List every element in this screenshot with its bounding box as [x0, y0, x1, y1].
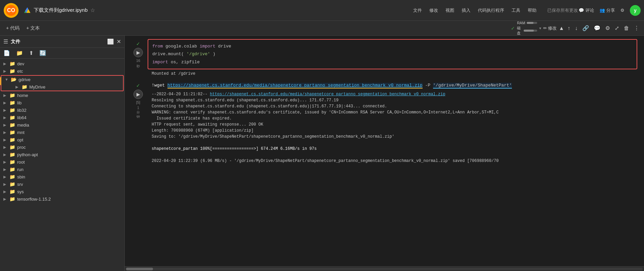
- menu-bar: 文件 修改 视图 插入 代码执行程序 工具 帮助 已保存所有更改: [412, 7, 579, 14]
- folder-lib32[interactable]: ▶ 📁 lib32: [0, 106, 124, 114]
- menu-view[interactable]: 视图: [445, 7, 455, 14]
- notebook-title-area: 下载文件到gdriver.ipynb ☆: [24, 7, 406, 14]
- folder-sys[interactable]: ▶ 📁 sys: [0, 188, 124, 195]
- mod-os-zip: os, zipfile: [171, 60, 200, 65]
- settings-cell-icon[interactable]: ⚙: [604, 24, 611, 32]
- folder-label-run: run: [17, 167, 24, 172]
- folder-home[interactable]: ▶ 📁 home: [0, 92, 124, 99]
- chevron-etc: ▶: [3, 69, 7, 73]
- folder-dev[interactable]: ▶ 📁 dev: [0, 60, 124, 67]
- ram-bar-fill: [527, 22, 533, 24]
- cell-5-code[interactable]: !wget https://shapenet.cs.stanford.edu/m…: [148, 81, 637, 90]
- output-url-link[interactable]: https://shapenet.cs.stanford.edu/media/s…: [210, 92, 446, 97]
- folder-icon-srv: 📁: [9, 181, 15, 187]
- folder-lib[interactable]: ▶ 📁 lib: [0, 99, 124, 106]
- folder-root[interactable]: ▶ 📁 root: [0, 158, 124, 166]
- expand-cell-icon[interactable]: ⤢: [613, 24, 620, 32]
- folder-icon-mnt: 📁: [9, 130, 15, 135]
- colab-logo[interactable]: CO: [3, 3, 19, 18]
- folder-label-mnt: mnt: [17, 130, 25, 135]
- notebook-title[interactable]: 下载文件到gdriver.ipynb: [34, 7, 88, 13]
- code-line-3: import os, zipfile: [152, 58, 633, 66]
- sidebar-icons: 📄 📁 ⬆ 🔄: [0, 48, 124, 59]
- cell-1-output: Mounted at /gdrive: [148, 69, 637, 78]
- chevron-proc: ▶: [3, 145, 7, 149]
- menu-runtime[interactable]: 代码执行程序: [477, 7, 505, 14]
- cell-5-gutter: ✓ ▶ [5] 1 分 钟: [131, 81, 145, 119]
- collapse-button[interactable]: ▲: [559, 25, 564, 31]
- more-cell-icon[interactable]: ⋮: [633, 24, 641, 32]
- folder-opt[interactable]: ▶ 📁 opt: [0, 136, 124, 143]
- folder-sbin[interactable]: ▶ 📁 sbin: [0, 173, 124, 180]
- code-paren: ): [213, 52, 215, 57]
- main-layout: ☰ 文件 ⬜ ✕ 📄 📁 ⬆ 🔄 ▶ 📁 dev ▶: [0, 36, 644, 271]
- new-folder-icon[interactable]: 📁: [16, 50, 23, 56]
- output-line-8: Saving to: '/gdrive/MyDrive/ShapeNetPart…: [152, 134, 633, 140]
- folder-srv[interactable]: ▶ 📁 srv: [0, 180, 124, 188]
- folder-label-lib64: lib64: [17, 115, 26, 120]
- upload-icon[interactable]: ⬆: [29, 50, 33, 56]
- cell-1-time: 秒: [136, 64, 140, 68]
- link-cell-icon[interactable]: 🔗: [581, 24, 590, 32]
- ram-section: RAM 磁盘 ▾: [517, 21, 541, 36]
- output-line-3: Connecting to shapenet.cs.stanford.edu (…: [152, 103, 633, 109]
- chevron-sys: ▶: [3, 190, 7, 194]
- drive-icon: [24, 7, 31, 14]
- folder-label-sys: sys: [17, 189, 24, 194]
- folder-mydrive[interactable]: ▶ 📁 MyDrive: [1, 83, 123, 91]
- folder-proc[interactable]: ▶ 📁 proc: [0, 143, 124, 151]
- menu-insert[interactable]: 插入: [461, 7, 471, 14]
- star-icon[interactable]: ☆: [90, 7, 95, 13]
- folder-media[interactable]: ▶ 📁 media: [0, 121, 124, 129]
- delete-cell-icon[interactable]: 🗑: [622, 25, 631, 32]
- sidebar-window-icon[interactable]: ⬜: [107, 38, 114, 45]
- folder-mnt[interactable]: ▶ 📁 mnt: [0, 129, 124, 136]
- folder-icon-sbin: 📁: [9, 174, 15, 179]
- cell-5-run-button[interactable]: ▶: [133, 90, 143, 99]
- folder-label-root: root: [17, 160, 25, 165]
- menu-help[interactable]: 帮助: [527, 7, 537, 14]
- ram-label: RAM: [517, 21, 525, 25]
- notebook-hscroll[interactable]: [125, 266, 644, 271]
- comment-button[interactable]: 💬 评论: [579, 7, 594, 13]
- output-line-blank: [152, 152, 633, 158]
- edit-button[interactable]: ✏ 修改: [543, 25, 557, 31]
- move-up-icon[interactable]: ↑: [566, 25, 572, 32]
- folder-lib64[interactable]: ▶ 📁 lib64: [0, 114, 124, 121]
- user-avatar[interactable]: y: [630, 5, 641, 16]
- chevron-dev: ▶: [3, 62, 7, 66]
- settings-button[interactable]: ⚙: [620, 8, 624, 13]
- folder-icon-dev: 📁: [9, 61, 15, 66]
- share-button[interactable]: 👥 分享: [600, 7, 615, 13]
- notebook-content[interactable]: ✓ ▶ 16 秒 from google.colab import drive: [125, 36, 644, 266]
- menu-file[interactable]: 文件: [412, 7, 423, 14]
- add-code-button[interactable]: + 代码: [3, 24, 22, 33]
- folder-label-sbin: sbin: [17, 174, 25, 179]
- folder-icon-home: 📁: [9, 93, 15, 98]
- chevron-python-apt: ▶: [3, 153, 7, 157]
- folder-icon-mydrive: 📁: [22, 84, 27, 90]
- hscroll-thumb[interactable]: [126, 268, 153, 270]
- new-file-icon[interactable]: 📄: [3, 50, 10, 56]
- comment-cell-icon[interactable]: 💬: [592, 24, 602, 32]
- cell-5-number: [5]: [136, 100, 140, 104]
- menu-edit[interactable]: 修改: [429, 7, 439, 14]
- cell-1-run-button[interactable]: ▶: [133, 48, 143, 57]
- folder-python-apt[interactable]: ▶ 📁 python-apt: [0, 151, 124, 158]
- menu-tools[interactable]: 工具: [511, 7, 521, 14]
- refresh-icon[interactable]: 🔄: [39, 50, 46, 56]
- cell-5-check: ✓: [136, 83, 140, 88]
- folder-tensorflow[interactable]: ▶ 📁 tensorflow-1.15.2: [0, 195, 124, 203]
- folder-etc[interactable]: ▶ 📁 etc: [0, 67, 124, 75]
- folder-label-python-apt: python-apt: [17, 152, 38, 157]
- move-down-icon[interactable]: ↓: [574, 25, 579, 32]
- folder-label-lib: lib: [17, 100, 22, 105]
- sidebar-close-icon[interactable]: ✕: [117, 38, 121, 45]
- add-text-button[interactable]: + 文本: [24, 24, 42, 33]
- cell-1-code[interactable]: from google.colab import drive drive.mou…: [148, 39, 637, 69]
- ram-dropdown-icon[interactable]: ▾: [539, 26, 541, 31]
- output-line-final: 2022-04-20 11:22:39 (6.96 MB/s) - '/gdri…: [152, 158, 633, 164]
- sidebar-menu-icon[interactable]: ☰: [3, 38, 8, 45]
- folder-gdrive[interactable]: ▼ 📂 gdrive: [1, 76, 123, 83]
- folder-run[interactable]: ▶ 📁 run: [0, 166, 124, 173]
